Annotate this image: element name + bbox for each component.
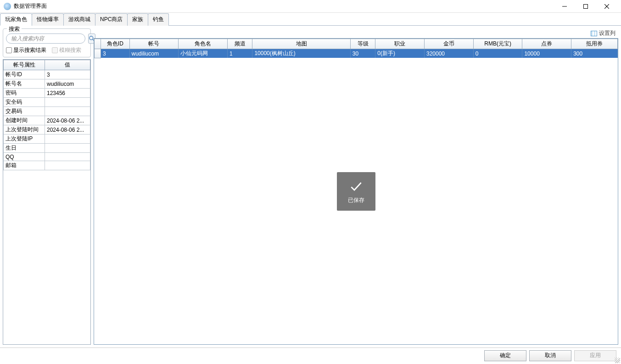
propgrid-row[interactable]: 密码123456 bbox=[4, 89, 90, 98]
propgrid-value[interactable] bbox=[45, 161, 90, 170]
tab-2[interactable]: 游戏商城 bbox=[63, 13, 95, 26]
close-button[interactable] bbox=[596, 0, 617, 13]
propgrid-key: 上次登陆IP bbox=[4, 134, 45, 144]
datagrid-header[interactable]: RMB(元宝) bbox=[473, 39, 522, 49]
row-header[interactable] bbox=[95, 49, 101, 58]
datagrid-header[interactable]: 角色ID bbox=[101, 39, 129, 49]
propgrid-value[interactable] bbox=[45, 134, 90, 144]
propgrid-key: 帐号ID bbox=[4, 70, 45, 79]
table-cell[interactable]: 1 bbox=[228, 49, 252, 58]
columns-icon bbox=[591, 31, 597, 36]
datagrid-header[interactable]: 抵用券 bbox=[571, 39, 618, 49]
propgrid-row[interactable]: 上次登陆IP bbox=[4, 134, 90, 144]
datagrid-header[interactable]: 等级 bbox=[350, 39, 375, 49]
propgrid-key: 帐号名 bbox=[4, 79, 45, 89]
table-cell[interactable]: 30 bbox=[350, 49, 375, 58]
tab-5[interactable]: 钓鱼 bbox=[148, 13, 169, 26]
propgrid-row[interactable]: 生日 bbox=[4, 144, 90, 153]
propgrid-row[interactable]: 安全码 bbox=[4, 98, 90, 107]
minimize-button[interactable] bbox=[554, 0, 575, 13]
propgrid-row[interactable]: 帐号名wudiliucom bbox=[4, 79, 90, 89]
propgrid-row[interactable]: 交易码 bbox=[4, 107, 90, 116]
propgrid-value[interactable] bbox=[45, 144, 90, 153]
maximize-button[interactable] bbox=[575, 0, 596, 13]
show-results-checkbox[interactable]: 显示搜索结果 bbox=[6, 46, 46, 54]
account-property-grid[interactable]: 帐号属性 值 帐号ID3帐号名wudiliucom密码123456安全码交易码创… bbox=[3, 59, 91, 345]
fuzzy-search-checkbox: 模糊搜索 bbox=[52, 46, 81, 54]
tab-4[interactable]: 家族 bbox=[127, 13, 148, 26]
cancel-button[interactable]: 取消 bbox=[529, 350, 571, 361]
propgrid-value[interactable]: 2024-08-06 2... bbox=[45, 116, 90, 125]
app-icon bbox=[4, 3, 11, 10]
table-cell[interactable]: 小仙元码网 bbox=[179, 49, 228, 58]
row-header-corner bbox=[95, 39, 101, 49]
dialog-footer: 确定 取消 应用 bbox=[0, 347, 621, 363]
apply-button: 应用 bbox=[574, 350, 616, 361]
search-legend: 搜索 bbox=[7, 25, 22, 33]
toast-text: 已保存 bbox=[348, 196, 364, 204]
propgrid-header-value[interactable]: 值 bbox=[45, 60, 90, 70]
datagrid-header[interactable]: 职业 bbox=[375, 39, 425, 49]
tab-bar: 玩家角色怪物爆率游戏商城NPC商店家族钓鱼 bbox=[0, 13, 621, 26]
tab-3[interactable]: NPC商店 bbox=[95, 13, 128, 26]
datagrid-header[interactable]: 地图 bbox=[252, 39, 350, 49]
propgrid-key: 创建时间 bbox=[4, 116, 45, 125]
svg-point-4 bbox=[90, 36, 93, 40]
tab-1[interactable]: 怪物爆率 bbox=[32, 13, 64, 26]
datagrid-header[interactable]: 角色名 bbox=[179, 39, 228, 49]
svg-rect-1 bbox=[584, 4, 588, 8]
titlebar: 数据管理界面 bbox=[0, 0, 621, 13]
table-cell[interactable]: 300 bbox=[571, 49, 618, 58]
set-columns-button[interactable]: 设置列 bbox=[591, 29, 615, 37]
propgrid-key: 安全码 bbox=[4, 98, 45, 107]
propgrid-value[interactable] bbox=[45, 107, 90, 116]
propgrid-key: 生日 bbox=[4, 144, 45, 153]
propgrid-header-attr[interactable]: 帐号属性 bbox=[4, 60, 45, 70]
search-group: 搜索 显示搜索结果 模糊搜索 bbox=[3, 28, 91, 57]
propgrid-row[interactable]: QQ bbox=[4, 153, 90, 161]
propgrid-value[interactable]: 2024-08-06 2... bbox=[45, 125, 90, 134]
propgrid-row[interactable]: 帐号ID3 bbox=[4, 70, 90, 79]
character-data-grid[interactable]: 角色ID帐号角色名频道地图等级职业金币RMB(元宝)点券抵用券 3wudiliu… bbox=[94, 38, 618, 345]
propgrid-key: 邮箱 bbox=[4, 161, 45, 170]
ok-button[interactable]: 确定 bbox=[484, 350, 526, 361]
saved-toast: 已保存 bbox=[337, 172, 375, 211]
show-results-label: 显示搜索结果 bbox=[13, 46, 46, 54]
propgrid-row[interactable]: 上次登陆时间2024-08-06 2... bbox=[4, 125, 90, 134]
table-row[interactable]: 3wudiliucom小仙元码网110000(枫树山丘)300(新手)32000… bbox=[95, 49, 618, 58]
datagrid-header[interactable]: 点券 bbox=[522, 39, 571, 49]
datagrid-header[interactable]: 帐号 bbox=[129, 39, 179, 49]
propgrid-row[interactable]: 创建时间2024-08-06 2... bbox=[4, 116, 90, 125]
window-title: 数据管理界面 bbox=[14, 2, 554, 10]
table-cell[interactable]: wudiliucom bbox=[129, 49, 179, 58]
propgrid-value[interactable] bbox=[45, 98, 90, 107]
fuzzy-search-label: 模糊搜索 bbox=[59, 46, 81, 54]
propgrid-value[interactable]: 3 bbox=[45, 70, 90, 79]
table-cell[interactable]: 3 bbox=[101, 49, 129, 58]
propgrid-key: 密码 bbox=[4, 89, 45, 98]
datagrid-header[interactable]: 金币 bbox=[424, 39, 473, 49]
propgrid-value[interactable] bbox=[45, 153, 90, 161]
set-columns-label: 设置列 bbox=[599, 29, 615, 37]
propgrid-key: QQ bbox=[4, 153, 45, 161]
table-cell[interactable]: 0 bbox=[473, 49, 522, 58]
table-cell[interactable]: 10000 bbox=[522, 49, 571, 58]
table-cell[interactable]: 320000 bbox=[424, 49, 473, 58]
propgrid-key: 上次登陆时间 bbox=[4, 125, 45, 134]
table-cell[interactable]: 10000(枫树山丘) bbox=[252, 49, 350, 58]
tab-0[interactable]: 玩家角色 bbox=[0, 13, 32, 26]
propgrid-value[interactable]: 123456 bbox=[45, 89, 90, 98]
propgrid-value[interactable]: wudiliucom bbox=[45, 79, 90, 89]
propgrid-row[interactable]: 邮箱 bbox=[4, 161, 90, 170]
check-icon bbox=[349, 179, 364, 194]
datagrid-header[interactable]: 频道 bbox=[228, 39, 252, 49]
search-input[interactable] bbox=[6, 34, 85, 44]
resize-grip[interactable] bbox=[615, 358, 620, 363]
propgrid-key: 交易码 bbox=[4, 107, 45, 116]
table-cell[interactable]: 0(新手) bbox=[375, 49, 425, 58]
